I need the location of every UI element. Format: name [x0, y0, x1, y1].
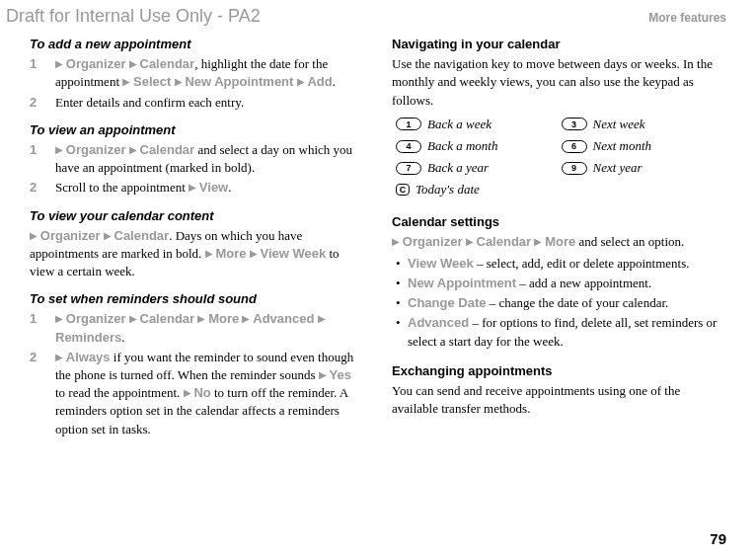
menu-arrow-icon: ▶ — [466, 236, 477, 247]
menu-arrow-icon: ▶ — [55, 352, 66, 362]
menu-text: Organizer — [66, 311, 126, 326]
key-label: Back a week — [427, 116, 491, 133]
menu-arrow-icon: ▶ — [250, 248, 261, 259]
key-label: Back a month — [427, 137, 497, 155]
step: 1 ▶ Organizer ▶ Calendar ▶ More ▶ Advanc… — [30, 310, 364, 346]
menu-text: More — [208, 311, 239, 326]
menu-text: Organizer — [40, 228, 101, 243]
menu-arrow-icon: ▶ — [189, 182, 199, 193]
step-number: 2 — [30, 179, 53, 197]
step-body: ▶ Organizer ▶ Calendar, highlight the da… — [53, 55, 364, 91]
key-c-icon: C — [396, 184, 410, 196]
menu-arrow-icon: ▶ — [30, 230, 40, 241]
key-row: 6 Next month — [562, 137, 727, 155]
key-column: 3 Next week 6 Next month 9 Next year — [562, 116, 727, 203]
menu-text: More — [545, 234, 575, 249]
menu-arrow-icon: ▶ — [129, 58, 140, 69]
body-text: Scroll to the appointment — [55, 180, 189, 195]
paragraph: You can send and receive appointments us… — [392, 382, 726, 418]
menu-text: More — [215, 246, 246, 261]
keypad-table: 1 Back a week 4 Back a month 7 Back a ye… — [396, 116, 726, 203]
step-number: 2 — [30, 94, 53, 112]
draft-watermark: Draft for Internal Use Only - PA2 — [6, 4, 261, 29]
key-6-icon: 6 — [562, 140, 587, 153]
section-title: More features — [648, 10, 726, 27]
subhead-add-appt: To add a new appointment — [30, 36, 364, 53]
menu-text: Change Date — [408, 295, 486, 310]
menu-text: Advanced — [408, 315, 469, 330]
step: 2 Scroll to the appointment ▶ View. — [30, 179, 364, 197]
menu-arrow-icon: ▶ — [205, 248, 216, 259]
menu-text: View — [199, 180, 228, 195]
body-text: . — [121, 330, 124, 345]
menu-arrow-icon: ▶ — [122, 76, 133, 87]
menu-text: Yes — [329, 367, 350, 382]
menu-text: Organizer — [66, 56, 126, 71]
body-text: – select, add, edit or delete appointmen… — [474, 256, 690, 271]
menu-arrow-icon: ▶ — [104, 230, 114, 241]
paragraph: ▶ Organizer ▶ Calendar ▶ More and select… — [392, 233, 726, 251]
bullet-dot-icon: • — [392, 275, 408, 292]
page-number: 79 — [710, 528, 726, 549]
step-number: 1 — [30, 55, 53, 91]
key-label: Next week — [593, 116, 645, 133]
key-row: C Today's date — [396, 181, 562, 198]
step: 2 Enter details and confirm each entry. — [30, 94, 364, 112]
bullet-item: • New Appointment – add a new appointmen… — [392, 275, 726, 292]
step-number: 1 — [30, 141, 53, 177]
body-text: – add a new appointment. — [516, 276, 651, 290]
subhead-view-appt: To view an appointment — [30, 121, 364, 139]
key-row: 9 Next year — [562, 159, 727, 177]
menu-arrow-icon: ▶ — [534, 236, 545, 247]
menu-text: Always — [66, 350, 111, 364]
subhead-reminders: To set when reminders should sound — [30, 290, 364, 308]
body-text: to read the appointment. — [55, 385, 184, 400]
menu-arrow-icon: ▶ — [197, 313, 208, 324]
menu-arrow-icon: ▶ — [55, 58, 66, 69]
key-label: Next year — [593, 159, 643, 177]
bullet-dot-icon: • — [392, 294, 408, 312]
menu-text: Organizer — [66, 142, 126, 157]
step: 2 ▶ Always if you want the reminder to s… — [30, 349, 364, 438]
menu-arrow-icon: ▶ — [242, 313, 253, 324]
menu-arrow-icon: ▶ — [318, 313, 326, 324]
step: 1 ▶ Organizer ▶ Calendar, highlight the … — [30, 55, 364, 91]
bullet-dot-icon: • — [392, 314, 408, 350]
menu-text: New Appointment — [185, 74, 293, 89]
key-label: Back a year — [427, 159, 489, 177]
content-columns: To add a new appointment 1 ▶ Organizer ▶… — [30, 36, 726, 440]
menu-arrow-icon: ▶ — [129, 313, 140, 324]
menu-text: Organizer — [403, 234, 463, 249]
left-column: To add a new appointment 1 ▶ Organizer ▶… — [30, 36, 364, 440]
menu-text: Calendar — [114, 228, 170, 243]
menu-arrow-icon: ▶ — [175, 76, 186, 87]
paragraph: Use the navigation key to move between d… — [392, 55, 726, 110]
key-label: Next month — [593, 137, 652, 155]
key-row: 4 Back a month — [396, 137, 562, 155]
right-column: Navigating in your calendar Use the navi… — [392, 36, 726, 440]
subhead-view-content: To view your calendar content — [30, 207, 364, 225]
step-body: ▶ Organizer ▶ Calendar and select a day … — [53, 141, 364, 177]
menu-arrow-icon: ▶ — [55, 144, 66, 155]
topic-exchanging: Exchanging appointments — [392, 362, 726, 380]
key-row: 7 Back a year — [396, 159, 562, 177]
menu-text: Advanced — [253, 311, 314, 326]
menu-text: View Week — [261, 246, 327, 261]
bullet-item: • View Week – select, add, edit or delet… — [392, 255, 726, 273]
menu-text: Select — [133, 74, 171, 89]
menu-arrow-icon: ▶ — [392, 236, 403, 247]
topic-settings: Calendar settings — [392, 213, 726, 231]
key-column: 1 Back a week 4 Back a month 7 Back a ye… — [396, 116, 562, 203]
menu-arrow-icon: ▶ — [129, 144, 140, 155]
body-text: and select an option. — [575, 234, 684, 249]
body-text: . — [228, 180, 231, 195]
step-number: 2 — [30, 349, 53, 438]
menu-arrow-icon: ▶ — [297, 76, 308, 87]
bullet-body: Advanced – for options to find, delete a… — [408, 314, 726, 350]
menu-text: No — [193, 385, 210, 400]
menu-text: Reminders — [55, 330, 121, 345]
bullet-dot-icon: • — [392, 255, 408, 273]
menu-text: Calendar — [477, 234, 532, 249]
menu-text: Calendar — [140, 56, 195, 71]
bullet-item: • Change Date – change the date of your … — [392, 294, 726, 312]
